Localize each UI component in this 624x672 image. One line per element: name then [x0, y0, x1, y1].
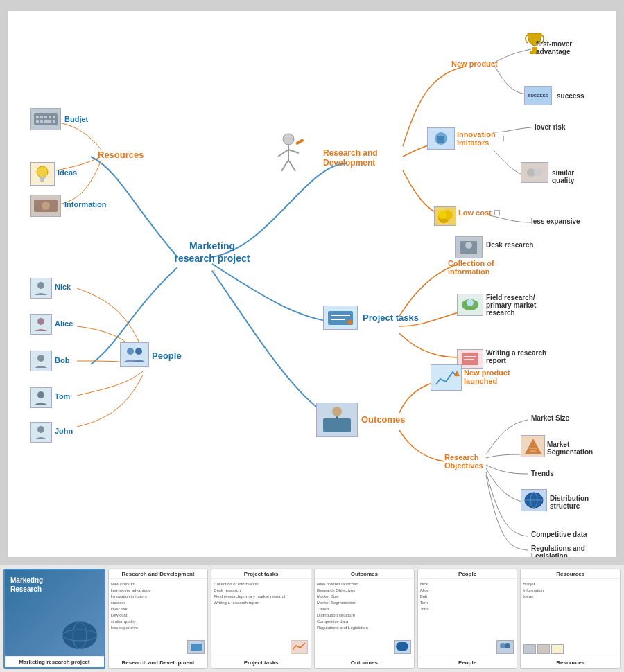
information-label: Information — [64, 200, 107, 209]
desk-research-node[interactable]: Desk research — [486, 241, 533, 249]
people-label: People — [152, 351, 182, 361]
svg-rect-62 — [191, 644, 202, 651]
new-product-launched-node[interactable]: New productlaunched — [464, 369, 510, 385]
nick-label: Nick — [55, 283, 71, 291]
mind-map-canvas: Marketing research project □ Research an… — [7, 10, 617, 558]
research-objectives-node[interactable]: ResearchObjectives — [444, 453, 483, 470]
thumb-card-4[interactable]: Outcomes New product launched Research O… — [314, 569, 415, 669]
thumb5-title: People — [418, 569, 517, 579]
rd-figure-image — [271, 132, 306, 174]
thumb-card-5[interactable]: People Nick Alice Bob Tom John People — [417, 569, 518, 669]
less-expansive-node[interactable]: less expansive — [531, 218, 580, 225]
svg-marker-31 — [525, 439, 541, 454]
svg-rect-53 — [53, 120, 55, 123]
john-label: John — [55, 427, 73, 435]
project-tasks-node[interactable]: Project tasks — [363, 312, 419, 323]
thumb-card-2[interactable]: Research and Development New product fir… — [108, 569, 209, 669]
thumb-card-3[interactable]: Project tasks Collection of information … — [211, 569, 311, 669]
thumb3-content: Collection of information Desk research … — [211, 579, 311, 657]
field-research-label: Field research/primary marketresearch — [486, 294, 536, 317]
information-node[interactable]: Information — [64, 200, 107, 209]
svg-point-38 — [135, 348, 142, 355]
center-node[interactable]: Marketing research project □ — [174, 240, 250, 278]
innovation-label: Innovationimitators — [457, 130, 496, 147]
svg-line-4 — [281, 160, 288, 171]
regulations-node[interactable]: Regulations and Legislation — [531, 545, 616, 558]
lover-risk-node[interactable]: lover risk — [535, 123, 565, 131]
lover-risk-label: lover risk — [535, 123, 565, 131]
thumb-card-1[interactable]: MarketingResearch Marketing research pro… — [3, 569, 105, 669]
svg-rect-50 — [36, 120, 39, 123]
market-size-node[interactable]: Market Size — [531, 414, 569, 422]
resources-node[interactable]: Resources — [98, 150, 144, 160]
bob-label: Bob — [55, 356, 69, 364]
npl-image — [431, 364, 462, 391]
ideas-image — [30, 162, 55, 186]
npl-label: New productlaunched — [464, 369, 510, 385]
svg-rect-52 — [44, 120, 51, 123]
thumb6-content: Budjet Information Ideas — [521, 579, 620, 657]
outcomes-label: Outcomes — [361, 414, 406, 425]
rd-label: Research andDevelopment — [323, 148, 378, 168]
similar-quality-node[interactable]: similarquality — [552, 169, 574, 184]
ideas-node[interactable]: Ideas — [58, 168, 77, 177]
alice-label: Alice — [55, 319, 73, 328]
tom-node[interactable]: Tom — [55, 392, 70, 400]
writing-node[interactable]: Writing a researchreport — [486, 349, 546, 364]
outcomes-node[interactable]: Outcomes — [361, 414, 406, 425]
thumb2-title: Research and Development — [109, 569, 208, 579]
innovation-node[interactable]: Innovationimitators — [457, 130, 504, 147]
svg-point-21 — [465, 242, 472, 249]
thumb4-content: New product launched Research Objectives… — [315, 579, 414, 657]
bob-image — [30, 351, 52, 371]
innovation-image — [427, 127, 455, 150]
budjet-node[interactable]: Budjet — [64, 115, 88, 123]
low-cost-node[interactable]: Low cost — [458, 209, 500, 217]
competitive-node[interactable]: Competitive data — [531, 531, 587, 538]
svg-point-37 — [127, 348, 134, 355]
distribution-node[interactable]: Distributionstructure — [550, 495, 589, 510]
svg-point-58 — [42, 202, 50, 210]
people-group-image — [120, 342, 149, 367]
svg-point-41 — [37, 355, 44, 362]
svg-rect-51 — [40, 120, 43, 123]
new-product-node[interactable]: New product — [451, 60, 498, 68]
low-cost-expand — [494, 210, 500, 215]
less-expansive-label: less expansive — [531, 218, 580, 225]
alice-node[interactable]: Alice — [55, 319, 73, 328]
svg-line-5 — [288, 160, 295, 171]
svg-point-28 — [332, 407, 342, 416]
low-cost-label: Low cost — [458, 209, 492, 217]
svg-point-54 — [37, 166, 48, 177]
people-node[interactable]: People — [152, 351, 182, 361]
nick-node[interactable]: Nick — [55, 283, 71, 291]
thumb3-footer: Project tasks — [211, 657, 311, 668]
svg-point-42 — [37, 391, 44, 398]
svg-rect-24 — [462, 353, 478, 365]
center-expand-icon: □ — [211, 269, 215, 276]
ideas-label: Ideas — [58, 168, 77, 177]
resources-label: Resources — [98, 150, 144, 160]
outcomes-image — [316, 403, 358, 437]
field-research-node[interactable]: Field research/primary marketresearch — [486, 294, 536, 317]
success-node[interactable]: success — [557, 92, 584, 100]
first-mover-node[interactable]: first-moveradvantage — [536, 40, 572, 55]
svg-point-64 — [500, 643, 505, 648]
collection-node[interactable]: Collection ofinformation — [448, 259, 494, 276]
market-seg-node[interactable]: MarketSegmentation — [547, 441, 593, 456]
market-seg-label: MarketSegmentation — [547, 441, 593, 456]
bob-node[interactable]: Bob — [55, 356, 69, 364]
thumb-card-6[interactable]: Resources Budjet Information Ideas Resou… — [520, 569, 621, 669]
ro-label: ResearchObjectives — [444, 453, 483, 470]
rd-node[interactable]: Research andDevelopment — [323, 148, 378, 168]
john-node[interactable]: John — [55, 427, 73, 435]
success-image: SUCCESS — [524, 86, 552, 105]
svg-point-40 — [37, 318, 44, 325]
svg-rect-45 — [36, 116, 39, 118]
trends-node[interactable]: Trends — [531, 470, 554, 477]
budjet-image — [30, 108, 61, 130]
svg-point-43 — [37, 426, 44, 433]
distribution-label: Distributionstructure — [550, 495, 589, 510]
market-seg-image — [521, 435, 545, 457]
svg-rect-10 — [437, 136, 444, 143]
